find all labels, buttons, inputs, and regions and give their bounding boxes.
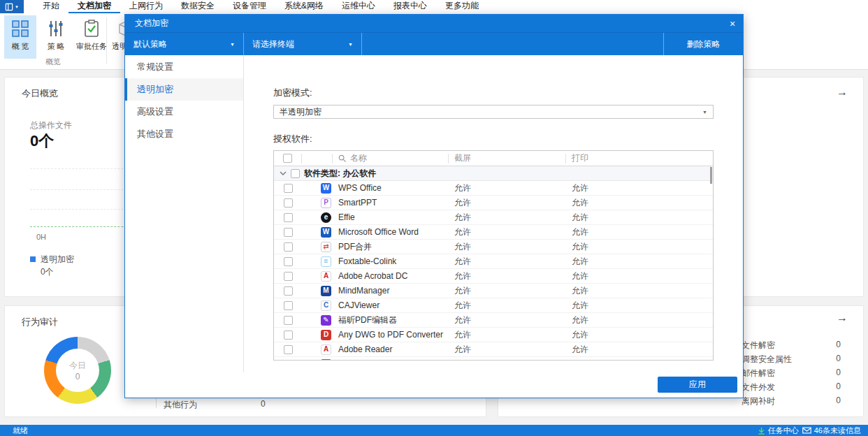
app-name: Any DWG to PDF Converter [333,330,449,340]
dialog-sidebar: 常规设置透明加密高级设置其他设置 [125,55,244,372]
row-checkbox[interactable] [284,213,293,222]
table-row[interactable]: D Any DWG to PDF Converter 允许 允许 [274,328,713,342]
table-row[interactable]: ✎ 福昕PDF编辑器 允许 允许 [274,313,713,328]
table-row[interactable]: A Adobe Reader 允许 允许 [274,342,713,357]
messages-button[interactable]: 46条未读信息 [802,426,861,436]
menu-tab[interactable]: 数据安全 [172,0,224,13]
ribbon-group-divider [106,17,107,64]
row-checkbox[interactable] [284,360,293,361]
terminal-dropdown[interactable]: 请选择终端 ▼ [244,33,362,55]
encrypt-mode-select[interactable]: 半透明加密 ▼ [273,105,714,119]
stat-row-value: 0 [836,368,841,377]
apply-button[interactable]: 应用 [658,377,737,393]
sidebar-item[interactable]: 高级设置 [125,101,243,123]
stat-row-value: 0 [836,395,841,405]
sidebar-item[interactable]: 常规设置 [125,56,243,78]
status-right: 任务中心 46条未读信息 [758,426,861,436]
menu-tab[interactable]: 系统&网络 [275,0,333,13]
print-permission: 允许 [566,344,713,356]
close-icon[interactable]: × [722,18,743,29]
ribbon-button[interactable]: 概 览 [4,15,36,59]
table-row[interactable]: C CAJViewer 允许 允许 [274,298,713,313]
row-checkbox[interactable] [284,272,293,281]
app-name: Adobe Acrobat DC [333,271,449,281]
row-checkbox[interactable] [284,198,293,208]
row-checkbox[interactable] [284,301,293,310]
delete-policy-button[interactable]: 删除策略 [663,33,743,55]
group-checkbox[interactable] [291,169,300,178]
menu-tab[interactable]: 报表中心 [384,0,436,13]
stat-row-value: 0 [836,340,841,349]
stat-row-label: 离网补时 [742,395,775,407]
row-checkbox[interactable] [284,316,293,325]
donut-chart: 今日 0 [44,337,111,404]
stat-label: 总操作文件 [30,119,72,131]
menu-tab[interactable]: 设备管理 [224,0,275,13]
chevron-down-icon: ▼ [702,110,707,115]
stat-row-value: 0 [836,382,841,391]
table-row[interactable]: ≡ Foxtable-Colink 允许 允许 [274,254,713,269]
row-checkbox[interactable] [284,184,293,193]
policy-dropdown-value: 默认策略 [133,38,167,50]
messages-label: 46条未读信息 [814,426,861,436]
print-permission: 允许 [566,197,713,209]
row-checkbox[interactable] [284,257,293,266]
sidebar-item[interactable]: 透明加密 [125,78,243,101]
ribbon-button[interactable]: 审批任务 [75,15,108,59]
policy-dropdown[interactable]: 默认策略 ▼ [125,33,244,55]
table-row[interactable]: W WPS Office 允许 允许 [274,181,713,196]
table-row[interactable] [274,357,713,361]
table-row[interactable]: e Effie 允许 允许 [274,210,713,225]
table-row[interactable]: ⇄ PDF合并 允许 允许 [274,240,713,254]
legend-value: 0个 [41,266,54,278]
row-checkbox[interactable] [284,242,293,252]
menu-bar: ▼ 开始文档加密上网行为数据安全设备管理系统&网络运维中心报表中心更多功能 [0,0,868,13]
screen-permission: 允许 [449,182,566,194]
select-all-checkbox[interactable] [283,154,292,163]
dialog-body: 常规设置透明加密高级设置其他设置 加密模式: 半透明加密 ▼ 授权软件: [125,55,743,372]
audit-row-label: 其他行为 [164,399,197,411]
app-name: CAJViewer [333,300,449,310]
menu-tab[interactable]: 开始 [34,0,68,13]
table-scrollbar[interactable] [710,167,712,184]
sliders-icon [46,19,66,38]
x-axis-label: 0H [36,233,46,241]
screen-permission: 允许 [449,314,566,326]
app-icon: D [321,330,331,340]
mail-icon [802,427,811,434]
table-row[interactable]: P SmartPPT 允许 允许 [274,196,713,210]
ribbon-button[interactable]: 策 略 [40,15,72,59]
menu-tab[interactable]: 运维中心 [333,0,384,13]
print-permission: 允许 [566,182,713,194]
table-row[interactable]: M MindManager 允许 允许 [274,284,713,298]
app-icon: A [321,344,331,355]
menu-tab[interactable]: 文档加密 [68,0,120,13]
stat-row-label: 文件外发 [742,382,775,393]
task-center-button[interactable]: 任务中心 [758,426,799,436]
donut-center-value: 0 [75,372,80,382]
sidebar-item[interactable]: 其他设置 [125,123,243,145]
screen-column-header: 截屏 [449,154,566,164]
dialog-title: 文档加密 [135,17,168,29]
app-name: Effie [333,212,449,222]
row-checkbox[interactable] [284,330,293,340]
menu-tab[interactable]: 上网行为 [120,0,172,13]
table-row[interactable]: A Adobe Acrobat DC 允许 允许 [274,269,713,284]
print-permission: 允许 [566,212,713,224]
screen-permission: 允许 [449,300,566,312]
chevron-down-icon: ▼ [230,42,235,47]
name-column-header: 名称 [333,154,449,164]
arrow-right-icon[interactable]: → [837,312,848,324]
print-permission: 允许 [566,241,713,253]
grid-icon [10,19,30,38]
table-group-row[interactable]: 软件类型: 办公软件 [274,166,713,181]
table-row[interactable]: W Microsoft Office Word 允许 允许 [274,225,713,240]
menu-tab[interactable]: 更多功能 [436,0,488,13]
app-menu-button[interactable]: ▼ [0,0,24,13]
row-checkbox[interactable] [284,228,293,237]
print-permission: 允许 [566,256,713,268]
arrow-right-icon[interactable]: → [837,86,848,99]
screen-permission: 允许 [449,270,566,282]
row-checkbox[interactable] [284,345,293,354]
row-checkbox[interactable] [284,286,293,296]
